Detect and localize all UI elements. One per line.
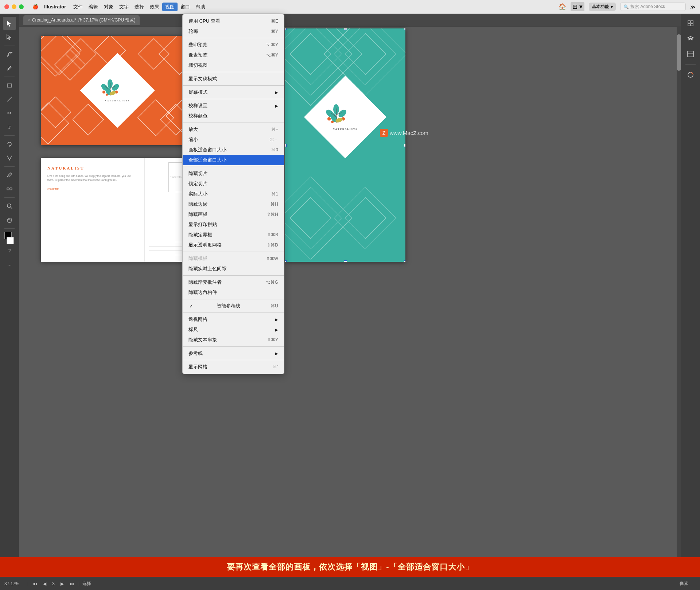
menu-view[interactable]: 视图	[162, 3, 178, 11]
status-sep-1: |	[27, 581, 28, 586]
hide-bounding-shortcut: ⇧⌘B	[267, 232, 278, 237]
show-grid-label: 显示网格	[188, 364, 207, 370]
hide-artboards-label: 隐藏画板	[188, 211, 207, 218]
menu-hide-live[interactable]: 隐藏实时上色间隙	[183, 264, 284, 274]
home-icon[interactable]: 🏠	[559, 3, 566, 11]
proof-setup-label: 校样设置	[188, 102, 207, 109]
menu-guides[interactable]: 参考线 ▶	[183, 348, 284, 358]
menu-hide-bounding[interactable]: 隐藏定界框 ⇧⌘B	[183, 230, 284, 240]
app-name[interactable]: Illustrator	[41, 3, 69, 11]
menu-help[interactable]: 帮助	[193, 3, 208, 11]
menu-outline[interactable]: 轮廓 ⌘Y	[183, 26, 284, 36]
apple-menu[interactable]: 🍎	[30, 3, 41, 11]
menu-hide-text[interactable]: 隐藏文本串接 ⇧⌘Y	[183, 335, 284, 345]
menu-zoom-out[interactable]: 缩小 ⌘－	[183, 135, 284, 145]
menu-fit-artboard[interactable]: 画板适合窗口大小 ⌘0	[183, 145, 284, 155]
zoom-in-shortcut: ⌘+	[271, 127, 278, 132]
workspace-button[interactable]: 基本功能 ▾	[589, 3, 616, 11]
annotation-bar: 要再次查看全部的画板，依次选择「视图」-「全部适合窗口大小」	[0, 557, 700, 577]
menu-crop[interactable]: 裁切视图	[183, 60, 284, 70]
menu-lock-slices[interactable]: 锁定切片	[183, 179, 284, 189]
menu-proof-color[interactable]: 校样颜色	[183, 111, 284, 121]
hide-template-shortcut: ⇧⌘W	[266, 256, 278, 261]
sep-2	[183, 72, 284, 72]
hide-grad-shortcut: ⌥⌘G	[265, 280, 278, 285]
show-print-label: 显示打印拼贴	[188, 221, 217, 228]
menu-hide-slices[interactable]: 隐藏切片	[183, 168, 284, 179]
nav-prev-end[interactable]: ⏮	[31, 581, 39, 587]
nav-prev[interactable]: ◀	[42, 581, 48, 587]
screen-mode-arrow: ▶	[275, 90, 278, 94]
menu-smart-guides[interactable]: ✓ 智能参考线 ⌘U	[183, 301, 284, 311]
zoom-in-label: 放大	[188, 126, 198, 133]
nav-next[interactable]: ▶	[59, 581, 65, 587]
cpu-view-label: 使用 CPU 查看	[188, 18, 220, 24]
guides-label: 参考线	[188, 350, 203, 357]
artboard-number: 3	[52, 581, 55, 586]
workspace-label: 基本功能	[592, 4, 609, 10]
menu-window[interactable]: 窗口	[178, 3, 193, 11]
menu-file[interactable]: 文件	[70, 3, 86, 11]
menu-show-print[interactable]: 显示打印拼贴	[183, 220, 284, 230]
menu-hide-template: 隐藏模板 ⇧⌘W	[183, 253, 284, 264]
rulers-label: 标尺	[188, 326, 198, 333]
menu-proof-mode[interactable]: 显示文稿模式	[183, 74, 284, 84]
sep-8	[183, 275, 284, 276]
menu-object[interactable]: 对象	[101, 3, 116, 11]
actual-size-shortcut: ⌘1	[271, 191, 278, 197]
hide-live-label: 隐藏实时上色间隙	[188, 265, 226, 272]
menu-actual-size[interactable]: 实际大小 ⌘1	[183, 189, 284, 199]
menu-rulers[interactable]: 标尺 ▶	[183, 325, 284, 335]
layout-icon[interactable]: ⊞ ▾	[571, 2, 584, 11]
menu-hide-grad[interactable]: 隐藏渐变批注者 ⌥⌘G	[183, 277, 284, 287]
maximize-button[interactable]	[19, 4, 24, 9]
menu-edit[interactable]: 编辑	[86, 3, 101, 11]
menu-cpu-view[interactable]: 使用 CPU 查看 ⌘E	[183, 16, 284, 26]
menu-screen-mode[interactable]: 屏幕模式 ▶	[183, 87, 284, 97]
sep-11	[183, 346, 284, 347]
menu-hide-artboards[interactable]: 隐藏画板 ⇧⌘H	[183, 209, 284, 220]
menu-pixel[interactable]: 像素预览 ⌥⌘Y	[183, 50, 284, 60]
menu-text[interactable]: 文字	[116, 3, 132, 11]
hide-corner-label: 隐藏边角构件	[188, 289, 217, 296]
menu-overprint[interactable]: 叠印预览 ⌥⌘Y	[183, 40, 284, 50]
menu-hide-corner[interactable]: 隐藏边角构件	[183, 287, 284, 298]
collapse-icon[interactable]: ≫	[690, 4, 696, 10]
title-bar-right: 🏠 ⊞ ▾ 基本功能 ▾ 🔍 搜索 Adobe Stock ≫	[559, 2, 696, 11]
overprint-shortcut: ⌥⌘Y	[266, 42, 278, 47]
cpu-view-shortcut: ⌘E	[271, 19, 278, 24]
sep-10	[183, 313, 284, 313]
show-transparency-label: 显示透明度网格	[188, 242, 222, 248]
outline-label: 轮廓	[188, 28, 198, 35]
fit-artboard-label: 画板适合窗口大小	[188, 147, 226, 153]
hide-slices-label: 隐藏切片	[188, 170, 207, 177]
menu-persp-grid[interactable]: 透视网格 ▶	[183, 314, 284, 325]
smart-guides-check: ✓	[188, 303, 194, 309]
minimize-button[interactable]	[12, 4, 16, 9]
menu-fit-all[interactable]: 全部适合窗口大小	[183, 155, 284, 165]
traffic-lights	[4, 4, 24, 9]
menu-show-transparency[interactable]: 显示透明度网格 ⇧⌘D	[183, 240, 284, 250]
sep-4	[183, 99, 284, 99]
menu-select[interactable]: 选择	[132, 3, 147, 11]
lock-slices-label: 锁定切片	[188, 181, 207, 187]
workspace-chevron: ▾	[611, 4, 613, 9]
sep-1	[183, 38, 284, 38]
menu-effect[interactable]: 效果	[147, 3, 162, 11]
menu-show-grid[interactable]: 显示网格 ⌘"	[183, 362, 284, 372]
pixel-shortcut: ⌥⌘Y	[266, 53, 278, 58]
show-transparency-shortcut: ⇧⌘D	[267, 242, 278, 248]
search-bar[interactable]: 🔍 搜索 Adobe Stock	[620, 3, 686, 11]
fit-artboard-shortcut: ⌘0	[271, 147, 278, 152]
menu-zoom-in[interactable]: 放大 ⌘+	[183, 124, 284, 135]
close-button[interactable]	[4, 4, 9, 9]
show-grid-shortcut: ⌘"	[272, 364, 278, 369]
menu-proof-setup[interactable]: 校样设置 ▶	[183, 101, 284, 111]
menu-hide-edges[interactable]: 隐藏边缘 ⌘H	[183, 199, 284, 209]
search-icon: 🔍	[623, 4, 629, 9]
zoom-level: 37.17%	[4, 581, 24, 586]
dropdown-overlay[interactable]: 使用 CPU 查看 ⌘E 轮廓 ⌘Y 叠印预览 ⌥⌘Y 像素预览 ⌥⌘Y 裁切视…	[0, 14, 700, 577]
smart-guides-shortcut: ⌘U	[271, 303, 278, 308]
nav-next-end[interactable]: ⏭	[68, 581, 75, 587]
sep-9	[183, 299, 284, 299]
